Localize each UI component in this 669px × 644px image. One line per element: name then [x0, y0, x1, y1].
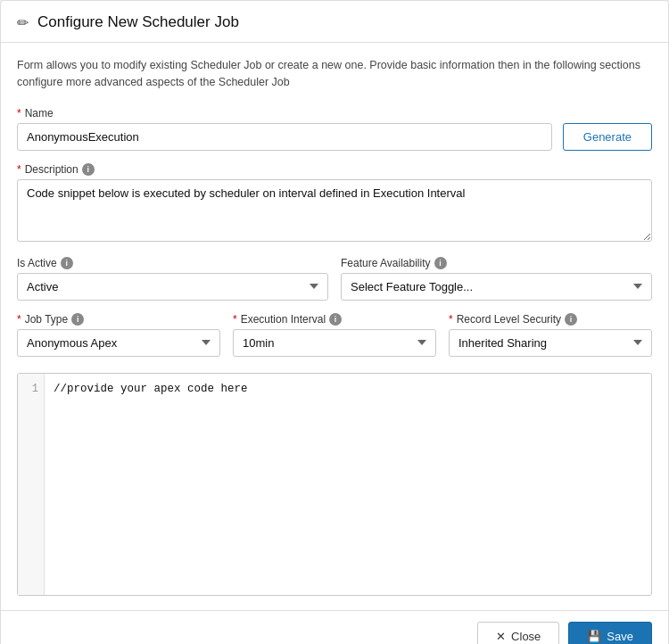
description-label: * Description i	[17, 163, 652, 176]
execution-interval-label: * Execution Interval i	[233, 313, 436, 326]
name-input-row: Generate	[17, 123, 652, 151]
record-level-security-required-star: *	[449, 313, 453, 326]
name-field-group: * Name Generate	[17, 107, 652, 151]
configure-scheduler-modal: ✏ Configure New Scheduler Job Form allow…	[0, 0, 669, 644]
is-active-group: Is Active i Active Inactive	[17, 257, 328, 301]
job-type-required-star: *	[17, 313, 21, 326]
job-type-select[interactable]: Anonymous Apex Scheduled Flow	[17, 329, 220, 357]
execution-interval-select[interactable]: 1min 5min 10min 15min 30min 1h	[233, 329, 436, 357]
job-config-row: * Job Type i Anonymous Apex Scheduled Fl…	[17, 313, 652, 357]
modal-header: ✏ Configure New Scheduler Job	[1, 1, 668, 43]
close-x-icon: ✕	[496, 630, 506, 643]
code-section: 1 //provide your apex code here	[17, 369, 652, 596]
is-active-info-icon[interactable]: i	[61, 257, 73, 269]
record-level-security-label: * Record Level Security i	[449, 313, 652, 326]
feature-availability-select[interactable]: Select Feature Toggle...	[341, 273, 652, 301]
save-label: Save	[607, 630, 633, 643]
description-required-star: *	[17, 163, 21, 176]
description-field-group: * Description i Code snippet below is ex…	[17, 163, 652, 244]
active-feature-row: Is Active i Active Inactive Feature Avai…	[17, 257, 652, 301]
pencil-icon: ✏	[17, 14, 29, 31]
record-level-security-info-icon[interactable]: i	[565, 313, 577, 326]
execution-interval-required-star: *	[233, 313, 237, 326]
modal-body: Form allows you to modify existing Sched…	[1, 43, 668, 610]
record-level-security-group: * Record Level Security i Inherited Shar…	[449, 313, 652, 357]
execution-interval-group: * Execution Interval i 1min 5min 10min 1…	[233, 313, 436, 357]
save-button[interactable]: 💾 Save	[568, 622, 652, 645]
modal-title: Configure New Scheduler Job	[37, 13, 239, 31]
modal-description: Form allows you to modify existing Sched…	[17, 57, 652, 91]
name-label-text: Name	[25, 107, 54, 120]
description-textarea[interactable]: Code snippet below is executed by schedu…	[17, 179, 652, 242]
close-button[interactable]: ✕ Close	[477, 622, 559, 645]
job-type-label: * Job Type i	[17, 313, 220, 326]
feature-availability-group: Feature Availability i Select Feature To…	[341, 257, 652, 301]
is-active-label: Is Active i	[17, 257, 328, 269]
generate-button[interactable]: Generate	[563, 123, 652, 151]
description-label-text: Description	[25, 163, 78, 176]
description-info-icon[interactable]: i	[82, 163, 95, 176]
code-textarea[interactable]: //provide your apex code here	[45, 374, 651, 595]
job-type-group: * Job Type i Anonymous Apex Scheduled Fl…	[17, 313, 220, 357]
name-required-star: *	[17, 107, 21, 120]
is-active-select[interactable]: Active Inactive	[17, 273, 328, 301]
is-active-label-text: Is Active	[17, 257, 57, 269]
feature-availability-label-text: Feature Availability	[341, 257, 431, 269]
job-type-label-text: Job Type	[25, 313, 68, 326]
job-type-info-icon[interactable]: i	[71, 313, 84, 326]
close-label: Close	[511, 630, 541, 643]
record-level-security-select[interactable]: Inherited Sharing With Sharing Without S…	[449, 329, 652, 357]
record-level-security-label-text: Record Level Security	[457, 313, 561, 326]
feature-availability-info-icon[interactable]: i	[434, 257, 447, 269]
code-editor: 1 //provide your apex code here	[17, 373, 652, 596]
execution-interval-info-icon[interactable]: i	[329, 313, 342, 326]
save-disk-icon: 💾	[587, 630, 601, 643]
line-number-1: 1	[23, 381, 38, 397]
line-numbers: 1	[18, 374, 45, 595]
execution-interval-label-text: Execution Interval	[241, 313, 326, 326]
modal-footer: ✕ Close 💾 Save	[1, 610, 668, 645]
name-input[interactable]	[17, 123, 552, 151]
feature-availability-label: Feature Availability i	[341, 257, 652, 269]
name-label: * Name	[17, 107, 652, 120]
